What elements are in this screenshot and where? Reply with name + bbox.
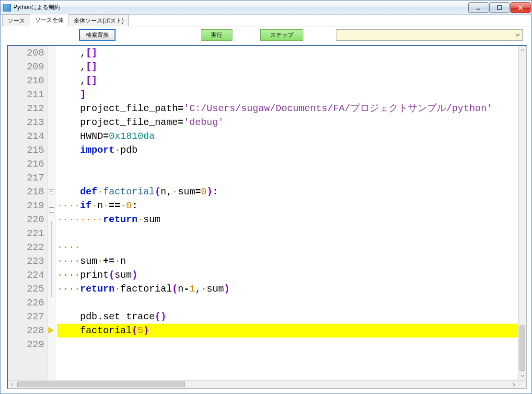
horizontal-scrollbar[interactable] bbox=[8, 380, 526, 388]
code-line[interactable]: HWND=0x1810da bbox=[56, 129, 518, 143]
code-line[interactable]: factorial(5) bbox=[56, 324, 518, 338]
code-line[interactable]: import·pdb bbox=[56, 143, 518, 157]
line-number: 217 bbox=[8, 171, 47, 185]
line-number: 227 bbox=[8, 310, 47, 324]
code-line[interactable]: project_file_name='debug' bbox=[56, 115, 518, 129]
tabstrip: ソース ソース全体 全体ソース(ポスト) bbox=[0, 15, 532, 26]
line-number: 208 bbox=[8, 46, 47, 60]
chevron-up-icon bbox=[520, 48, 525, 52]
fold-guide bbox=[51, 277, 52, 291]
tab-source-all[interactable]: ソース全体 bbox=[30, 14, 69, 26]
scroll-right-button[interactable] bbox=[510, 381, 518, 388]
code-line[interactable]: def·factorial(n,·sum=0): bbox=[56, 185, 518, 199]
line-number: 213 bbox=[8, 115, 47, 129]
scroll-up-button[interactable] bbox=[519, 46, 526, 54]
code-line[interactable]: ····return·factorial(n-1,·sum) bbox=[56, 282, 518, 296]
fold-slot: − bbox=[47, 189, 56, 203]
close-icon bbox=[518, 5, 523, 11]
code-line[interactable] bbox=[56, 226, 518, 240]
run-button[interactable]: 実行 bbox=[201, 29, 232, 41]
fold-slot bbox=[47, 235, 56, 249]
window-title: Pythonによる制約 bbox=[13, 3, 468, 11]
window-controls bbox=[468, 2, 531, 13]
step-button[interactable]: ステップ bbox=[260, 29, 303, 41]
line-number: 215 bbox=[8, 143, 47, 157]
editor-body: 2082092102112122132142152162172182192202… bbox=[8, 46, 526, 380]
fold-slot bbox=[47, 221, 56, 235]
line-number: 221 bbox=[8, 226, 47, 240]
code-line[interactable]: ····print(sum) bbox=[56, 268, 518, 282]
toolbar: 検索置換 実行 ステップ bbox=[0, 26, 532, 44]
line-number: 229 bbox=[8, 338, 47, 351]
line-number: 214 bbox=[8, 129, 47, 143]
fold-guide bbox=[51, 235, 52, 249]
scroll-down-button[interactable] bbox=[519, 372, 526, 380]
fold-slot bbox=[47, 277, 56, 291]
line-number: 224 bbox=[8, 268, 47, 282]
minimize-icon bbox=[475, 5, 481, 11]
code-line[interactable] bbox=[56, 171, 518, 185]
vertical-scrollbar[interactable] bbox=[518, 46, 526, 380]
close-button[interactable] bbox=[510, 2, 531, 13]
fold-slot bbox=[47, 157, 56, 171]
search-replace-button[interactable]: 検索置換 bbox=[79, 29, 116, 41]
fold-slot bbox=[47, 115, 56, 129]
code-line[interactable]: pdb.set_trace() bbox=[56, 310, 518, 324]
app-window: Pythonによる制約 ソース ソース全体 全体ソース(ポスト) 検索置換 実行… bbox=[0, 0, 532, 394]
scroll-thumb[interactable] bbox=[520, 326, 525, 371]
fold-toggle-icon[interactable]: − bbox=[49, 207, 54, 213]
code-line[interactable]: ····sum·+=·n bbox=[56, 254, 518, 268]
fold-slot: − bbox=[47, 207, 56, 221]
line-number: 226 bbox=[8, 296, 47, 310]
code-line[interactable] bbox=[56, 157, 518, 171]
maximize-icon bbox=[497, 5, 502, 11]
code-line[interactable]: project_file_path='C:/Users/sugaw/Docume… bbox=[56, 101, 518, 115]
scroll-thumb[interactable] bbox=[17, 382, 185, 387]
code-line[interactable]: ···· bbox=[56, 240, 518, 254]
minimize-button[interactable] bbox=[468, 2, 488, 13]
fold-slot bbox=[47, 74, 56, 88]
fold-guide bbox=[51, 221, 52, 235]
tab-source[interactable]: ソース bbox=[2, 14, 30, 26]
line-number: 218 bbox=[8, 185, 47, 199]
scroll-track[interactable] bbox=[519, 54, 526, 372]
fold-guide bbox=[51, 249, 52, 263]
fold-slot bbox=[47, 88, 56, 101]
titlebar[interactable]: Pythonによる制約 bbox=[0, 0, 532, 15]
scroll-track[interactable] bbox=[16, 381, 510, 388]
fold-guide bbox=[51, 263, 52, 277]
maximize-button[interactable] bbox=[489, 2, 509, 13]
line-number: 219 bbox=[8, 199, 47, 213]
line-number: 223 bbox=[8, 254, 47, 268]
code-line[interactable] bbox=[56, 296, 518, 310]
fold-slot bbox=[47, 332, 56, 346]
svg-rect-1 bbox=[497, 6, 501, 10]
chevron-left-icon bbox=[10, 383, 14, 387]
line-number-gutter: 2082092102112122132142152162172182192202… bbox=[8, 46, 47, 380]
scroll-left-button[interactable] bbox=[8, 381, 16, 388]
code-line[interactable]: ,[] bbox=[56, 60, 518, 74]
fold-slot bbox=[47, 346, 56, 360]
code-area[interactable]: ,[] ,[] ,[] ] project_file_path='C:/User… bbox=[56, 46, 518, 380]
code-line[interactable]: ,[] bbox=[56, 74, 518, 88]
tab-source-all-post[interactable]: 全体ソース(ポスト) bbox=[69, 14, 129, 26]
fold-toggle-icon[interactable]: − bbox=[49, 189, 54, 194]
app-icon bbox=[3, 4, 11, 11]
code-line[interactable]: ········return·sum bbox=[56, 213, 518, 226]
current-line-marker-icon bbox=[48, 327, 54, 334]
fold-slot bbox=[47, 291, 56, 304]
fold-slot bbox=[47, 129, 56, 143]
fold-slot bbox=[47, 304, 56, 318]
line-number: 210 bbox=[8, 74, 47, 88]
editor: 2082092102112122132142152162172182192202… bbox=[7, 45, 527, 389]
code-line[interactable]: ] bbox=[56, 88, 518, 101]
toolbar-dropdown[interactable] bbox=[336, 29, 523, 41]
code-line[interactable] bbox=[56, 338, 518, 351]
code-line[interactable]: ,[] bbox=[56, 46, 518, 60]
scrollbar-corner bbox=[518, 381, 526, 388]
line-number: 212 bbox=[8, 101, 47, 115]
code-line[interactable]: ····if·n·==·0: bbox=[56, 199, 518, 213]
fold-slot bbox=[47, 143, 56, 157]
line-number: 216 bbox=[8, 157, 47, 171]
fold-slot bbox=[47, 60, 56, 74]
